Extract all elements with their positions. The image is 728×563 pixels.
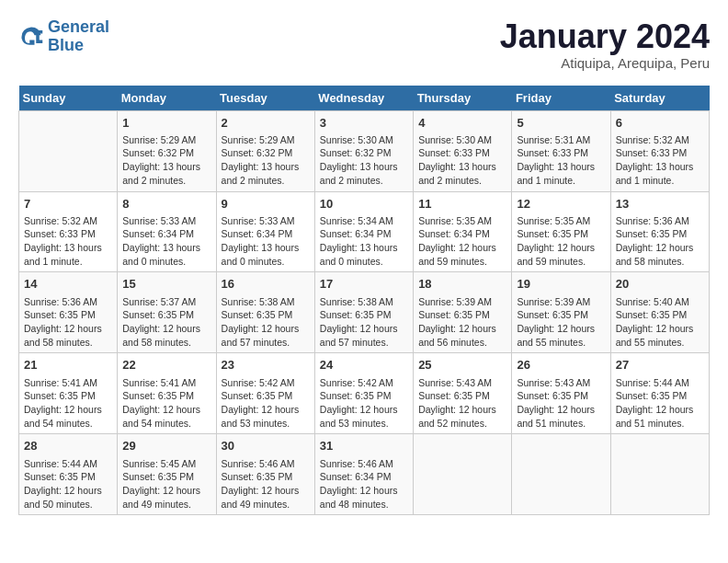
day-cell: 16Sunrise: 5:38 AM Sunset: 6:35 PM Dayli… bbox=[216, 272, 314, 353]
day-info: Sunrise: 5:35 AM Sunset: 6:35 PM Dayligh… bbox=[517, 214, 605, 269]
day-cell: 28Sunrise: 5:44 AM Sunset: 6:35 PM Dayli… bbox=[19, 434, 118, 515]
day-number: 5 bbox=[517, 115, 605, 132]
day-number: 17 bbox=[320, 276, 408, 293]
day-info: Sunrise: 5:46 AM Sunset: 6:35 PM Dayligh… bbox=[222, 457, 310, 511]
day-info: Sunrise: 5:43 AM Sunset: 6:35 PM Dayligh… bbox=[418, 376, 506, 431]
day-number: 18 bbox=[418, 276, 506, 293]
day-number: 20 bbox=[616, 276, 704, 293]
day-number: 2 bbox=[222, 115, 310, 132]
header-cell-friday: Friday bbox=[512, 86, 610, 111]
day-info: Sunrise: 5:40 AM Sunset: 6:35 PM Dayligh… bbox=[616, 295, 704, 350]
day-info: Sunrise: 5:30 AM Sunset: 6:33 PM Dayligh… bbox=[418, 133, 506, 188]
calendar-body: 1Sunrise: 5:29 AM Sunset: 6:32 PM Daylig… bbox=[19, 110, 710, 515]
calendar-table: SundayMondayTuesdayWednesdayThursdayFrid… bbox=[18, 86, 710, 516]
day-info: Sunrise: 5:32 AM Sunset: 6:33 PM Dayligh… bbox=[616, 133, 704, 188]
day-info: Sunrise: 5:31 AM Sunset: 6:33 PM Dayligh… bbox=[517, 133, 605, 188]
day-info: Sunrise: 5:33 AM Sunset: 6:34 PM Dayligh… bbox=[122, 214, 210, 269]
day-info: Sunrise: 5:34 AM Sunset: 6:34 PM Dayligh… bbox=[320, 214, 408, 269]
day-number: 14 bbox=[24, 276, 112, 293]
day-cell: 30Sunrise: 5:46 AM Sunset: 6:35 PM Dayli… bbox=[216, 434, 314, 515]
day-info: Sunrise: 5:46 AM Sunset: 6:34 PM Dayligh… bbox=[320, 457, 408, 511]
week-row-4: 21Sunrise: 5:41 AM Sunset: 6:35 PM Dayli… bbox=[19, 353, 710, 434]
day-info: Sunrise: 5:38 AM Sunset: 6:35 PM Dayligh… bbox=[222, 295, 310, 350]
day-info: Sunrise: 5:43 AM Sunset: 6:35 PM Dayligh… bbox=[517, 376, 605, 431]
day-cell: 25Sunrise: 5:43 AM Sunset: 6:35 PM Dayli… bbox=[414, 353, 512, 434]
day-cell: 23Sunrise: 5:42 AM Sunset: 6:35 PM Dayli… bbox=[216, 353, 314, 434]
day-number: 12 bbox=[517, 196, 605, 213]
day-number: 27 bbox=[616, 357, 704, 373]
day-cell bbox=[512, 434, 610, 515]
day-cell: 4Sunrise: 5:30 AM Sunset: 6:33 PM Daylig… bbox=[414, 110, 512, 191]
header-cell-wednesday: Wednesday bbox=[314, 86, 413, 111]
day-cell: 11Sunrise: 5:35 AM Sunset: 6:34 PM Dayli… bbox=[414, 191, 512, 272]
day-number: 16 bbox=[222, 276, 310, 293]
day-number: 30 bbox=[222, 438, 310, 454]
day-cell: 26Sunrise: 5:43 AM Sunset: 6:35 PM Dayli… bbox=[512, 353, 610, 434]
day-info: Sunrise: 5:29 AM Sunset: 6:32 PM Dayligh… bbox=[222, 133, 310, 188]
day-cell: 8Sunrise: 5:33 AM Sunset: 6:34 PM Daylig… bbox=[118, 191, 216, 272]
day-number: 3 bbox=[320, 115, 408, 132]
day-info: Sunrise: 5:42 AM Sunset: 6:35 PM Dayligh… bbox=[222, 376, 310, 431]
day-cell: 1Sunrise: 5:29 AM Sunset: 6:32 PM Daylig… bbox=[118, 110, 216, 191]
header-row: SundayMondayTuesdayWednesdayThursdayFrid… bbox=[19, 86, 710, 111]
day-cell: 14Sunrise: 5:36 AM Sunset: 6:35 PM Dayli… bbox=[19, 272, 118, 353]
day-info: Sunrise: 5:44 AM Sunset: 6:35 PM Dayligh… bbox=[24, 457, 112, 511]
day-cell: 15Sunrise: 5:37 AM Sunset: 6:35 PM Dayli… bbox=[118, 272, 216, 353]
day-number: 6 bbox=[616, 115, 704, 132]
header-cell-tuesday: Tuesday bbox=[216, 86, 314, 111]
day-number: 13 bbox=[616, 196, 704, 213]
month-title: January 2024 bbox=[500, 18, 710, 55]
day-cell: 6Sunrise: 5:32 AM Sunset: 6:33 PM Daylig… bbox=[610, 110, 709, 191]
day-cell: 29Sunrise: 5:45 AM Sunset: 6:35 PM Dayli… bbox=[118, 434, 216, 515]
day-cell: 17Sunrise: 5:38 AM Sunset: 6:35 PM Dayli… bbox=[314, 272, 413, 353]
day-info: Sunrise: 5:39 AM Sunset: 6:35 PM Dayligh… bbox=[517, 295, 605, 350]
day-cell: 27Sunrise: 5:44 AM Sunset: 6:35 PM Dayli… bbox=[610, 353, 709, 434]
header-cell-sunday: Sunday bbox=[19, 86, 118, 111]
day-cell: 19Sunrise: 5:39 AM Sunset: 6:35 PM Dayli… bbox=[512, 272, 610, 353]
day-number: 25 bbox=[418, 357, 506, 373]
week-row-1: 1Sunrise: 5:29 AM Sunset: 6:32 PM Daylig… bbox=[19, 110, 710, 191]
day-info: Sunrise: 5:29 AM Sunset: 6:32 PM Dayligh… bbox=[122, 133, 210, 188]
day-number: 15 bbox=[122, 276, 210, 293]
day-info: Sunrise: 5:36 AM Sunset: 6:35 PM Dayligh… bbox=[24, 295, 112, 350]
day-info: Sunrise: 5:42 AM Sunset: 6:35 PM Dayligh… bbox=[320, 376, 408, 431]
day-info: Sunrise: 5:39 AM Sunset: 6:35 PM Dayligh… bbox=[418, 295, 506, 350]
header-cell-monday: Monday bbox=[118, 86, 216, 111]
day-number: 11 bbox=[418, 196, 506, 213]
day-number: 28 bbox=[24, 438, 112, 454]
day-info: Sunrise: 5:45 AM Sunset: 6:35 PM Dayligh… bbox=[122, 457, 210, 511]
day-cell: 3Sunrise: 5:30 AM Sunset: 6:32 PM Daylig… bbox=[314, 110, 413, 191]
day-info: Sunrise: 5:33 AM Sunset: 6:34 PM Dayligh… bbox=[222, 214, 310, 269]
day-cell: 22Sunrise: 5:41 AM Sunset: 6:35 PM Dayli… bbox=[118, 353, 216, 434]
day-cell: 12Sunrise: 5:35 AM Sunset: 6:35 PM Dayli… bbox=[512, 191, 610, 272]
day-info: Sunrise: 5:30 AM Sunset: 6:32 PM Dayligh… bbox=[320, 133, 408, 188]
week-row-5: 28Sunrise: 5:44 AM Sunset: 6:35 PM Dayli… bbox=[19, 434, 710, 515]
day-info: Sunrise: 5:44 AM Sunset: 6:35 PM Dayligh… bbox=[616, 376, 704, 431]
day-cell: 7Sunrise: 5:32 AM Sunset: 6:33 PM Daylig… bbox=[19, 191, 118, 272]
week-row-2: 7Sunrise: 5:32 AM Sunset: 6:33 PM Daylig… bbox=[19, 191, 710, 272]
day-number: 23 bbox=[222, 357, 310, 373]
day-info: Sunrise: 5:38 AM Sunset: 6:35 PM Dayligh… bbox=[320, 295, 408, 350]
day-cell bbox=[19, 110, 118, 191]
day-info: Sunrise: 5:35 AM Sunset: 6:34 PM Dayligh… bbox=[418, 214, 506, 269]
logo: General Blue bbox=[18, 18, 109, 55]
day-number: 10 bbox=[320, 196, 408, 213]
day-cell: 9Sunrise: 5:33 AM Sunset: 6:34 PM Daylig… bbox=[216, 191, 314, 272]
day-info: Sunrise: 5:36 AM Sunset: 6:35 PM Dayligh… bbox=[616, 214, 704, 269]
logo-text: General Blue bbox=[48, 18, 109, 55]
day-number: 7 bbox=[24, 196, 112, 213]
day-info: Sunrise: 5:37 AM Sunset: 6:35 PM Dayligh… bbox=[122, 295, 210, 350]
day-number: 1 bbox=[122, 115, 210, 132]
day-info: Sunrise: 5:32 AM Sunset: 6:33 PM Dayligh… bbox=[24, 214, 112, 269]
day-cell bbox=[414, 434, 512, 515]
logo-icon bbox=[18, 24, 44, 50]
day-info: Sunrise: 5:41 AM Sunset: 6:35 PM Dayligh… bbox=[122, 376, 210, 431]
day-number: 21 bbox=[24, 357, 112, 373]
day-cell: 2Sunrise: 5:29 AM Sunset: 6:32 PM Daylig… bbox=[216, 110, 314, 191]
day-cell bbox=[610, 434, 709, 515]
day-cell: 18Sunrise: 5:39 AM Sunset: 6:35 PM Dayli… bbox=[414, 272, 512, 353]
day-cell: 5Sunrise: 5:31 AM Sunset: 6:33 PM Daylig… bbox=[512, 110, 610, 191]
day-cell: 31Sunrise: 5:46 AM Sunset: 6:34 PM Dayli… bbox=[314, 434, 413, 515]
day-cell: 10Sunrise: 5:34 AM Sunset: 6:34 PM Dayli… bbox=[314, 191, 413, 272]
page-header: General Blue January 2024 Atiquipa, Areq… bbox=[18, 18, 710, 71]
